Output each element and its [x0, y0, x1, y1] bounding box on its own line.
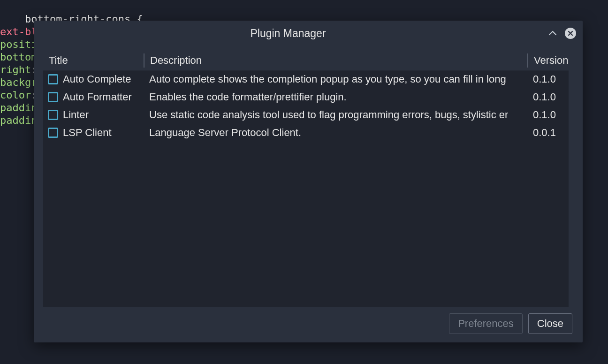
table-row[interactable]: Auto Formatter Enables the code formatte… — [43, 88, 573, 106]
column-header-description[interactable]: Description — [144, 53, 527, 68]
plugin-version: 0.0.1 — [527, 127, 573, 139]
table-row[interactable]: Linter Use static code analysis tool use… — [43, 106, 573, 124]
dialog-footer: Preferences Close — [34, 307, 583, 342]
table-header: Title Description Version — [43, 51, 573, 70]
plugin-enable-checkbox[interactable] — [48, 74, 58, 84]
close-dialog-button[interactable] — [563, 26, 578, 41]
plugin-table: Title Description Version Auto Complete … — [43, 51, 573, 307]
dialog-header: Plugin Manager — [34, 21, 583, 46]
plugin-title: Linter — [63, 109, 89, 121]
plugin-description: Language Server Protocol Client. — [144, 127, 527, 139]
plugin-manager-dialog: Plugin Manager Title Description Version… — [34, 21, 583, 342]
plugin-title: Auto Complete — [63, 73, 131, 85]
scrollbar[interactable] — [569, 51, 573, 307]
column-header-title[interactable]: Title — [43, 53, 144, 68]
plugin-version: 0.1.0 — [527, 109, 573, 121]
table-row[interactable]: LSP Client Language Server Protocol Clie… — [43, 124, 573, 142]
table-row[interactable]: Auto Complete Auto complete shows the co… — [43, 70, 573, 88]
plugin-version: 0.1.0 — [527, 73, 573, 85]
plugin-enable-checkbox[interactable] — [48, 92, 58, 102]
column-header-version[interactable]: Version — [527, 53, 573, 68]
plugin-enable-checkbox[interactable] — [48, 128, 58, 138]
plugin-description: Use static code analysis tool used to fl… — [144, 109, 527, 121]
preferences-button[interactable]: Preferences — [449, 313, 523, 334]
collapse-button[interactable] — [545, 26, 560, 41]
chevron-up-icon — [548, 29, 557, 38]
plugin-title: Auto Formatter — [63, 91, 132, 103]
plugin-title: LSP Client — [63, 127, 112, 139]
table-body: Auto Complete Auto complete shows the co… — [43, 70, 573, 142]
plugin-enable-checkbox[interactable] — [48, 110, 58, 120]
plugin-version: 0.1.0 — [527, 91, 573, 103]
plugin-description: Enables the code formatter/prettifier pl… — [144, 91, 527, 103]
close-button[interactable]: Close — [528, 313, 572, 334]
close-icon — [565, 28, 576, 39]
plugin-description: Auto complete shows the completion popup… — [144, 73, 527, 85]
dialog-title: Plugin Manager — [34, 27, 542, 40]
